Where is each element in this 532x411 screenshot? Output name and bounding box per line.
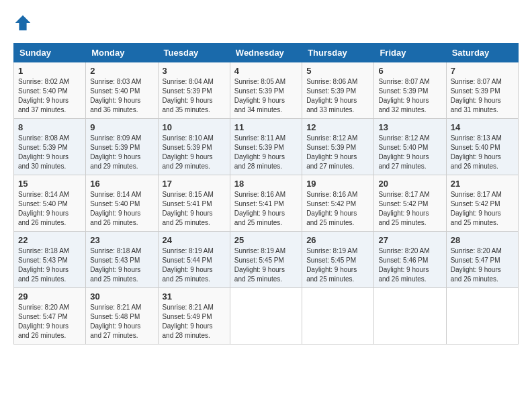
day-number: 28 bbox=[451, 235, 514, 245]
day-info: Sunrise: 8:07 AM Sunset: 5:39 PM Dayligh… bbox=[451, 77, 514, 115]
day-info: Sunrise: 8:17 AM Sunset: 5:42 PM Dayligh… bbox=[378, 190, 441, 228]
day-info: Sunrise: 8:12 AM Sunset: 5:39 PM Dayligh… bbox=[306, 134, 369, 171]
day-number: 17 bbox=[163, 179, 226, 189]
day-number: 25 bbox=[234, 235, 298, 245]
calendar-day-cell: 18 Sunrise: 8:16 AM Sunset: 5:41 PM Dayl… bbox=[230, 175, 302, 232]
day-info: Sunrise: 8:06 AM Sunset: 5:39 PM Dayligh… bbox=[306, 77, 369, 115]
day-number: 31 bbox=[163, 291, 226, 302]
day-number: 8 bbox=[18, 122, 81, 132]
calendar-day-cell: 23 Sunrise: 8:18 AM Sunset: 5:43 PM Dayl… bbox=[86, 232, 158, 288]
day-info: Sunrise: 8:18 AM Sunset: 5:43 PM Dayligh… bbox=[90, 246, 153, 284]
day-number: 20 bbox=[378, 179, 441, 189]
calendar-day-cell bbox=[374, 288, 446, 345]
calendar-day-cell bbox=[302, 288, 374, 345]
day-info: Sunrise: 8:19 AM Sunset: 5:45 PM Dayligh… bbox=[234, 246, 298, 284]
day-number: 23 bbox=[90, 235, 153, 245]
weekday-header-cell: Tuesday bbox=[158, 44, 230, 62]
day-number: 3 bbox=[163, 66, 226, 76]
weekday-header-cell: Saturday bbox=[446, 44, 518, 62]
day-number: 11 bbox=[234, 122, 298, 132]
calendar-day-cell: 17 Sunrise: 8:15 AM Sunset: 5:41 PM Dayl… bbox=[158, 175, 230, 232]
calendar-week-row: 1 Sunrise: 8:02 AM Sunset: 5:40 PM Dayli… bbox=[14, 62, 519, 119]
calendar-day-cell: 14 Sunrise: 8:13 AM Sunset: 5:40 PM Dayl… bbox=[446, 119, 518, 175]
day-number: 21 bbox=[451, 179, 514, 189]
calendar-day-cell: 12 Sunrise: 8:12 AM Sunset: 5:39 PM Dayl… bbox=[302, 119, 374, 175]
day-info: Sunrise: 8:10 AM Sunset: 5:39 PM Dayligh… bbox=[163, 134, 226, 171]
day-number: 13 bbox=[378, 122, 441, 132]
weekday-header-cell: Monday bbox=[86, 44, 158, 62]
day-info: Sunrise: 8:11 AM Sunset: 5:39 PM Dayligh… bbox=[234, 134, 298, 171]
day-info: Sunrise: 8:07 AM Sunset: 5:39 PM Dayligh… bbox=[378, 77, 441, 115]
calendar-day-cell: 28 Sunrise: 8:20 AM Sunset: 5:47 PM Dayl… bbox=[446, 232, 518, 288]
logo-icon bbox=[13, 13, 32, 32]
calendar-day-cell: 15 Sunrise: 8:14 AM Sunset: 5:40 PM Dayl… bbox=[14, 175, 86, 232]
day-info: Sunrise: 8:08 AM Sunset: 5:39 PM Dayligh… bbox=[18, 134, 81, 171]
calendar-day-cell bbox=[446, 288, 518, 345]
day-number: 16 bbox=[90, 179, 153, 189]
calendar-day-cell: 9 Sunrise: 8:09 AM Sunset: 5:39 PM Dayli… bbox=[86, 119, 158, 175]
day-info: Sunrise: 8:20 AM Sunset: 5:47 PM Dayligh… bbox=[18, 303, 81, 340]
calendar-day-cell: 10 Sunrise: 8:10 AM Sunset: 5:39 PM Dayl… bbox=[158, 119, 230, 175]
day-info: Sunrise: 8:14 AM Sunset: 5:40 PM Dayligh… bbox=[18, 190, 81, 228]
day-number: 7 bbox=[451, 66, 514, 76]
day-info: Sunrise: 8:19 AM Sunset: 5:44 PM Dayligh… bbox=[163, 246, 226, 284]
day-number: 27 bbox=[378, 235, 441, 245]
weekday-header-row: SundayMondayTuesdayWednesdayThursdayFrid… bbox=[14, 44, 519, 62]
day-number: 1 bbox=[18, 66, 81, 76]
day-info: Sunrise: 8:12 AM Sunset: 5:40 PM Dayligh… bbox=[378, 134, 441, 171]
calendar-day-cell: 26 Sunrise: 8:19 AM Sunset: 5:45 PM Dayl… bbox=[302, 232, 374, 288]
calendar-day-cell: 22 Sunrise: 8:18 AM Sunset: 5:43 PM Dayl… bbox=[14, 232, 86, 288]
calendar-day-cell: 30 Sunrise: 8:21 AM Sunset: 5:48 PM Dayl… bbox=[86, 288, 158, 345]
day-number: 4 bbox=[234, 66, 298, 76]
day-info: Sunrise: 8:03 AM Sunset: 5:40 PM Dayligh… bbox=[90, 77, 153, 115]
calendar-body: 1 Sunrise: 8:02 AM Sunset: 5:40 PM Dayli… bbox=[14, 62, 519, 345]
calendar-day-cell: 29 Sunrise: 8:20 AM Sunset: 5:47 PM Dayl… bbox=[14, 288, 86, 345]
weekday-header-cell: Thursday bbox=[302, 44, 374, 62]
day-number: 22 bbox=[18, 235, 81, 245]
day-number: 12 bbox=[306, 122, 369, 132]
day-number: 10 bbox=[163, 122, 226, 132]
calendar-day-cell: 6 Sunrise: 8:07 AM Sunset: 5:39 PM Dayli… bbox=[374, 62, 446, 119]
calendar-day-cell: 24 Sunrise: 8:19 AM Sunset: 5:44 PM Dayl… bbox=[158, 232, 230, 288]
calendar-day-cell: 20 Sunrise: 8:17 AM Sunset: 5:42 PM Dayl… bbox=[374, 175, 446, 232]
calendar-day-cell: 27 Sunrise: 8:20 AM Sunset: 5:46 PM Dayl… bbox=[374, 232, 446, 288]
calendar-day-cell: 11 Sunrise: 8:11 AM Sunset: 5:39 PM Dayl… bbox=[230, 119, 302, 175]
day-number: 6 bbox=[378, 66, 441, 76]
calendar-day-cell: 2 Sunrise: 8:03 AM Sunset: 5:40 PM Dayli… bbox=[86, 62, 158, 119]
day-info: Sunrise: 8:16 AM Sunset: 5:41 PM Dayligh… bbox=[234, 190, 298, 228]
day-info: Sunrise: 8:17 AM Sunset: 5:42 PM Dayligh… bbox=[451, 190, 514, 228]
day-info: Sunrise: 8:18 AM Sunset: 5:43 PM Dayligh… bbox=[18, 246, 81, 284]
weekday-header-cell: Wednesday bbox=[230, 44, 302, 62]
day-number: 18 bbox=[234, 179, 298, 189]
calendar-week-row: 29 Sunrise: 8:20 AM Sunset: 5:47 PM Dayl… bbox=[14, 288, 519, 345]
calendar-table: SundayMondayTuesdayWednesdayThursdayFrid… bbox=[13, 43, 519, 345]
day-number: 24 bbox=[163, 235, 226, 245]
day-number: 14 bbox=[451, 122, 514, 132]
day-number: 15 bbox=[18, 179, 81, 189]
day-info: Sunrise: 8:05 AM Sunset: 5:39 PM Dayligh… bbox=[234, 77, 298, 115]
day-number: 2 bbox=[90, 66, 153, 76]
day-number: 9 bbox=[90, 122, 153, 132]
logo bbox=[13, 13, 35, 32]
day-number: 19 bbox=[306, 179, 369, 189]
calendar-day-cell: 16 Sunrise: 8:14 AM Sunset: 5:40 PM Dayl… bbox=[86, 175, 158, 232]
day-number: 5 bbox=[306, 66, 369, 76]
day-info: Sunrise: 8:09 AM Sunset: 5:39 PM Dayligh… bbox=[90, 134, 153, 171]
day-info: Sunrise: 8:21 AM Sunset: 5:48 PM Dayligh… bbox=[90, 303, 153, 340]
calendar-week-row: 22 Sunrise: 8:18 AM Sunset: 5:43 PM Dayl… bbox=[14, 232, 519, 288]
calendar-day-cell: 21 Sunrise: 8:17 AM Sunset: 5:42 PM Dayl… bbox=[446, 175, 518, 232]
calendar-day-cell: 1 Sunrise: 8:02 AM Sunset: 5:40 PM Dayli… bbox=[14, 62, 86, 119]
calendar-day-cell: 4 Sunrise: 8:05 AM Sunset: 5:39 PM Dayli… bbox=[230, 62, 302, 119]
calendar-week-row: 15 Sunrise: 8:14 AM Sunset: 5:40 PM Dayl… bbox=[14, 175, 519, 232]
day-info: Sunrise: 8:20 AM Sunset: 5:46 PM Dayligh… bbox=[378, 246, 441, 284]
weekday-header-cell: Friday bbox=[374, 44, 446, 62]
day-info: Sunrise: 8:02 AM Sunset: 5:40 PM Dayligh… bbox=[18, 77, 81, 115]
svg-marker-0 bbox=[15, 15, 30, 30]
day-info: Sunrise: 8:13 AM Sunset: 5:40 PM Dayligh… bbox=[451, 134, 514, 171]
calendar-day-cell: 8 Sunrise: 8:08 AM Sunset: 5:39 PM Dayli… bbox=[14, 119, 86, 175]
day-info: Sunrise: 8:14 AM Sunset: 5:40 PM Dayligh… bbox=[90, 190, 153, 228]
calendar-day-cell: 5 Sunrise: 8:06 AM Sunset: 5:39 PM Dayli… bbox=[302, 62, 374, 119]
calendar-day-cell: 13 Sunrise: 8:12 AM Sunset: 5:40 PM Dayl… bbox=[374, 119, 446, 175]
day-number: 26 bbox=[306, 235, 369, 245]
calendar-day-cell: 7 Sunrise: 8:07 AM Sunset: 5:39 PM Dayli… bbox=[446, 62, 518, 119]
